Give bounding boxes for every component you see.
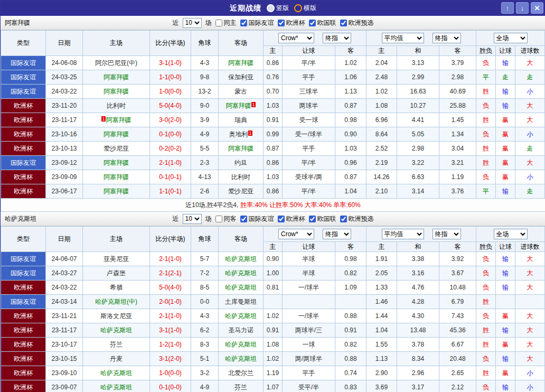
result-wdl-cell: 负 bbox=[476, 266, 496, 281]
match-row: 欧洲杯 23-11-17 哈萨克斯坦 3-1(1-0) 6-2 圣马力诺 0.9… bbox=[1, 323, 545, 338]
home-team-cell[interactable]: 阿塞拜疆 bbox=[83, 85, 150, 99]
average-source-select[interactable]: 平均值 bbox=[382, 33, 424, 43]
match-row: 国际友谊 24-06-08 阿尔巴尼亚(中) 3-1(1-0) 4-3 阿塞拜疆… bbox=[1, 56, 545, 70]
crown-final-select[interactable]: 终指 bbox=[323, 229, 351, 239]
result-goals-cell: 走 bbox=[515, 70, 545, 85]
away-team-cell[interactable]: 哈萨克斯坦 bbox=[219, 309, 264, 323]
corners-cell: 2-6 bbox=[191, 184, 219, 199]
away-team-cell[interactable]: 阿塞拜疆 bbox=[219, 142, 264, 156]
crown-final-select[interactable]: 终指 bbox=[323, 33, 351, 43]
avg-draw-odds-cell: 16.63 bbox=[397, 85, 439, 99]
league-nations-input[interactable] bbox=[309, 20, 316, 26]
subcol-result-wdl: 胜负 bbox=[476, 242, 496, 252]
result-goals-cell: 小 bbox=[515, 127, 545, 142]
crown-source-select[interactable]: Crow* bbox=[278, 33, 314, 43]
away-team-cell[interactable]: 保加利亚 bbox=[219, 70, 264, 85]
home-team-cell[interactable]: 亚美尼亚 bbox=[83, 252, 150, 266]
avg-away-odds-cell: 25.88 bbox=[439, 99, 476, 113]
home-team-cell[interactable]: 哈萨克斯坦(中) bbox=[83, 295, 150, 309]
away-team-cell[interactable]: 哈萨克斯坦 bbox=[219, 338, 264, 352]
score-cell: 1-2(1-0) bbox=[150, 338, 191, 352]
crown-handicap-cell: 一球 bbox=[283, 338, 335, 352]
league-qualifiers-input[interactable] bbox=[340, 20, 347, 26]
home-team-cell[interactable]: 阿塞拜疆 bbox=[83, 184, 150, 199]
red-card-badge: 1 bbox=[251, 102, 255, 107]
away-team-cell[interactable]: 圣马力诺 bbox=[219, 323, 264, 338]
league-checkbox-nationsleague[interactable]: 欧国联 bbox=[309, 214, 336, 223]
league-friendly-input[interactable] bbox=[240, 216, 247, 222]
league-checkbox-eurocup[interactable]: 欧洲杯 bbox=[278, 214, 305, 223]
away-team-cell[interactable]: 哈萨克斯坦 bbox=[219, 352, 264, 366]
home-team-cell[interactable]: 阿塞拜疆 bbox=[83, 170, 150, 184]
away-team-cell[interactable]: 比利时 bbox=[219, 170, 264, 184]
result-goals-cell: 小 bbox=[515, 170, 545, 184]
layout-horizontal-radio[interactable]: 横版 bbox=[294, 4, 316, 13]
home-team-cell[interactable]: 卢森堡 bbox=[83, 266, 150, 281]
scope-group-header: 全场 bbox=[476, 227, 545, 242]
average-final-select[interactable]: 终指 bbox=[433, 229, 461, 239]
scroll-up-button[interactable]: ↑ bbox=[501, 2, 514, 14]
league-cell: 国际友谊 bbox=[1, 56, 46, 70]
away-team-cell[interactable]: 瑞典 bbox=[219, 113, 264, 127]
away-team-cell[interactable]: 哈萨克斯坦 bbox=[219, 266, 264, 281]
away-team-cell[interactable]: 北爱尔兰 bbox=[219, 366, 264, 380]
league-checkbox-euroqualifiers[interactable]: 欧洲预选 bbox=[340, 214, 374, 223]
scroll-down-button[interactable]: ↓ bbox=[516, 2, 529, 14]
home-team-cell[interactable]: 哈萨克斯坦 bbox=[83, 366, 150, 380]
home-team-cell[interactable]: 比利时 bbox=[83, 99, 150, 113]
away-team-cell[interactable]: 土库曼斯坦 bbox=[219, 295, 264, 309]
league-nations-input[interactable] bbox=[309, 216, 316, 222]
home-team-cell[interactable]: 阿塞拜疆 bbox=[83, 127, 150, 142]
league-eurocup-input[interactable] bbox=[278, 20, 285, 26]
avg-away-odds-cell: 2.98 bbox=[439, 70, 476, 85]
away-team-cell[interactable]: 哈萨克斯坦 bbox=[219, 281, 264, 295]
layout-vertical-radio[interactable]: 竖版 bbox=[267, 4, 289, 13]
away-team-cell[interactable]: 阿塞拜疆 bbox=[219, 56, 264, 70]
col-header-corners: 角球 bbox=[191, 31, 219, 56]
home-team-cell[interactable]: 阿尔巴尼亚(中) bbox=[83, 56, 150, 70]
league-checkbox-friendly[interactable]: 国际友谊 bbox=[240, 214, 274, 223]
close-button[interactable]: ✕ bbox=[531, 2, 543, 14]
league-friendly-input[interactable] bbox=[240, 20, 247, 26]
same-venue-input[interactable] bbox=[215, 20, 222, 26]
home-team-cell[interactable]: 芬兰 bbox=[83, 338, 150, 352]
league-checkbox-friendly[interactable]: 国际友谊 bbox=[240, 18, 274, 27]
home-team-cell[interactable]: 阿塞拜疆 bbox=[83, 70, 150, 85]
same-venue-input[interactable] bbox=[215, 216, 222, 222]
away-team-cell[interactable]: 爱沙尼亚 bbox=[219, 184, 264, 199]
avg-away-odds-cell: 3.67 bbox=[439, 266, 476, 281]
home-team-cell[interactable]: 斯洛文尼亚 bbox=[83, 309, 150, 323]
away-team-cell[interactable]: 阿塞拜疆1 bbox=[219, 99, 264, 113]
league-eurocup-input[interactable] bbox=[278, 216, 285, 222]
away-team-cell[interactable]: 芬兰 bbox=[219, 380, 264, 392]
home-team-cell[interactable]: 哈萨克斯坦 bbox=[83, 380, 150, 392]
away-team-cell[interactable]: 哈萨克斯坦 bbox=[219, 252, 264, 266]
league-qualifiers-input[interactable] bbox=[340, 216, 347, 222]
corners-cell: 6-2 bbox=[191, 323, 219, 338]
home-team-cell[interactable]: 哈萨克斯坦 bbox=[83, 323, 150, 338]
home-team-cell[interactable]: 1阿塞拜疆 bbox=[83, 113, 150, 127]
league-checkbox-eurocup[interactable]: 欧洲杯 bbox=[278, 18, 305, 27]
same-venue-checkbox[interactable]: 同主 bbox=[215, 18, 237, 27]
avg-draw-odds-cell: 3.22 bbox=[397, 156, 439, 170]
match-count-select[interactable]: 10 bbox=[183, 18, 202, 28]
home-team-cell[interactable]: 阿塞拜疆 bbox=[83, 156, 150, 170]
league-checkbox-euroqualifiers[interactable]: 欧洲预选 bbox=[340, 18, 374, 27]
home-team-cell[interactable]: 爱沙尼亚 bbox=[83, 142, 150, 156]
scope-select[interactable]: 全场 bbox=[494, 229, 528, 239]
away-team-cell[interactable]: 奥地利1 bbox=[219, 127, 264, 142]
match-count-select[interactable]: 10 bbox=[183, 214, 202, 224]
away-team-cell[interactable]: 蒙古 bbox=[219, 85, 264, 99]
league-checkbox-nationsleague[interactable]: 欧国联 bbox=[309, 18, 336, 27]
same-venue-checkbox[interactable]: 同客 bbox=[215, 214, 237, 223]
home-team-cell[interactable]: 希腊 bbox=[83, 281, 150, 295]
crown-handicap-cell: 平/半 bbox=[283, 184, 335, 199]
crown-handicap-cell: 平/半 bbox=[283, 156, 335, 170]
away-team-cell[interactable]: 约旦 bbox=[219, 156, 264, 170]
average-source-select[interactable]: 平均值 bbox=[382, 229, 424, 239]
home-team-cell[interactable]: 丹麦 bbox=[83, 352, 150, 366]
crown-source-select[interactable]: Crow* bbox=[278, 229, 314, 239]
date-cell: 23-10-16 bbox=[46, 127, 83, 142]
average-final-select[interactable]: 终指 bbox=[433, 33, 461, 43]
scope-select[interactable]: 全场 bbox=[494, 33, 528, 43]
